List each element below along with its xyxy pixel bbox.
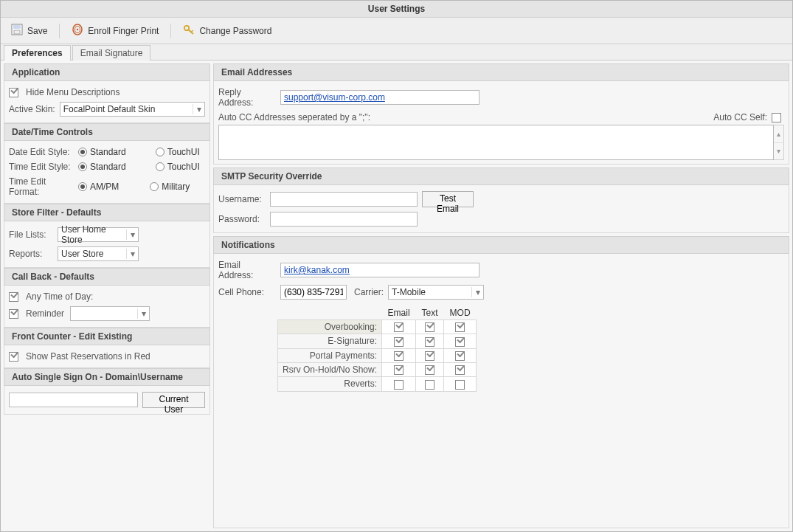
notification-cell-mod xyxy=(444,320,477,334)
any-time-checkbox[interactable] xyxy=(9,292,18,302)
scroll-down-icon[interactable]: ▾ xyxy=(774,142,783,160)
change-password-label: Change Password xyxy=(199,26,271,36)
time-edit-standard-radio[interactable] xyxy=(78,162,87,171)
opt-military: Military xyxy=(162,182,190,192)
notification-cell-mod xyxy=(444,362,477,376)
notification-cell-text xyxy=(416,334,444,348)
smtp-username-label: Username: xyxy=(218,194,266,204)
tab-preferences[interactable]: Preferences xyxy=(4,45,71,61)
save-button[interactable]: Save xyxy=(5,21,53,41)
date-edit-standard-radio[interactable] xyxy=(78,148,87,156)
active-skin-select[interactable]: FocalPoint Default Skin ▾ xyxy=(60,102,205,117)
date-edit-touchui-radio[interactable] xyxy=(156,148,165,156)
chevron-down-icon: ▾ xyxy=(126,229,138,240)
notification-text-checkbox[interactable] xyxy=(425,380,434,390)
show-past-checkbox[interactable] xyxy=(9,352,18,362)
notification-mod-checkbox[interactable] xyxy=(455,337,465,347)
smtp-password-input[interactable] xyxy=(270,212,418,227)
autocc-textarea[interactable] xyxy=(218,125,774,160)
notification-cell-email xyxy=(382,348,416,362)
notification-row-label: Reverts: xyxy=(278,377,382,391)
carrier-label: Carrier: xyxy=(354,287,384,297)
notification-email-checkbox[interactable] xyxy=(394,337,404,347)
notification-cell-email xyxy=(382,377,416,391)
left-column: Application Hide Menu Descriptions Activ… xyxy=(4,63,210,528)
notif-email-input[interactable] xyxy=(280,263,479,277)
notification-mod-checkbox[interactable] xyxy=(455,380,465,390)
autocc-label: Auto CC Addresses seperated by a ";": xyxy=(218,112,370,122)
notification-row-label: Rsrv On-Hold/No Show: xyxy=(278,362,382,376)
save-label: Save xyxy=(27,26,47,36)
current-user-button[interactable]: Current User xyxy=(142,392,205,408)
notification-cell-mod xyxy=(444,334,477,348)
tab-email-signature[interactable]: Email Signature xyxy=(72,45,151,61)
notification-mod-checkbox[interactable] xyxy=(455,351,465,361)
file-lists-value: User Home Store xyxy=(61,224,126,245)
email-addresses-header: Email Addresses xyxy=(213,63,789,81)
reminder-select[interactable]: ▾ xyxy=(70,306,150,321)
notification-cell-text xyxy=(416,362,444,376)
time-format-ampm-radio[interactable] xyxy=(78,182,87,191)
notification-text-checkbox[interactable] xyxy=(425,365,434,375)
reports-select[interactable]: User Store ▾ xyxy=(58,246,139,261)
opt-touchui: TouchUI xyxy=(167,147,200,157)
notification-email-checkbox[interactable] xyxy=(394,351,404,361)
smtp-header: SMTP Security Override xyxy=(213,167,789,185)
opt-standard: Standard xyxy=(90,147,126,157)
time-edit-format-label: Time Edit Format: xyxy=(9,176,74,197)
notification-row: Rsrv On-Hold/No Show: xyxy=(278,362,477,376)
notification-text-checkbox[interactable] xyxy=(425,351,434,361)
autocc-self-checkbox[interactable] xyxy=(772,113,781,122)
time-format-military-radio[interactable] xyxy=(150,182,159,191)
notification-email-checkbox[interactable] xyxy=(394,365,404,375)
notifications-header: Notifications xyxy=(213,236,789,254)
notification-cell-text xyxy=(416,377,444,391)
notification-cell-mod xyxy=(444,348,477,362)
notification-cell-email xyxy=(382,320,416,334)
enroll-label: Enroll Finger Print xyxy=(88,26,159,36)
test-email-button[interactable]: Test Email xyxy=(422,191,474,207)
any-time-label: Any Time of Day: xyxy=(26,291,93,302)
reply-address-label: Reply Address: xyxy=(218,87,276,108)
reply-address-input[interactable] xyxy=(280,90,479,105)
sso-input[interactable] xyxy=(9,393,138,407)
carrier-select[interactable]: T-Mobile ▾ xyxy=(388,285,484,300)
notification-mod-checkbox[interactable] xyxy=(455,365,465,375)
notification-cell-mod xyxy=(444,377,477,391)
notification-email-checkbox[interactable] xyxy=(394,322,404,332)
file-lists-select[interactable]: User Home Store ▾ xyxy=(58,227,139,242)
file-lists-label: File Lists: xyxy=(9,229,53,240)
hide-menu-checkbox[interactable] xyxy=(9,88,18,97)
time-edit-touchui-radio[interactable] xyxy=(156,162,165,171)
svg-point-5 xyxy=(77,29,78,30)
notif-email-label: Email Address: xyxy=(218,260,276,280)
content-area: Application Hide Menu Descriptions Activ… xyxy=(1,61,792,531)
hide-menu-label: Hide Menu Descriptions xyxy=(26,87,120,97)
notification-cell-text xyxy=(416,348,444,362)
col-text: Text xyxy=(416,306,444,320)
toolbar-separator xyxy=(170,24,171,38)
notification-text-checkbox[interactable] xyxy=(425,322,434,332)
reports-label: Reports: xyxy=(9,249,53,259)
reminder-checkbox[interactable] xyxy=(9,309,18,319)
smtp-password-label: Password: xyxy=(218,214,266,224)
notification-row: Reverts: xyxy=(278,377,477,391)
notification-row: Overbooking: xyxy=(278,320,477,334)
time-edit-style-label: Time Edit Style: xyxy=(9,162,74,172)
notification-cell-text xyxy=(416,320,444,334)
change-password-button[interactable]: Change Password xyxy=(177,21,277,41)
smtp-username-input[interactable] xyxy=(270,192,418,207)
key-icon xyxy=(183,24,195,38)
scroll-up-icon[interactable]: ▴ xyxy=(774,125,783,142)
cell-phone-input[interactable] xyxy=(280,285,347,300)
fingerprint-icon xyxy=(72,24,83,38)
enroll-fingerprint-button[interactable]: Enroll Finger Print xyxy=(66,21,165,41)
textarea-scroll: ▴ ▾ xyxy=(774,125,784,160)
notification-email-checkbox[interactable] xyxy=(394,380,404,390)
toolbar-separator xyxy=(59,24,60,38)
notification-text-checkbox[interactable] xyxy=(425,337,434,347)
opt-standard2: Standard xyxy=(90,162,126,172)
frontcounter-header: Front Counter - Edit Existing xyxy=(4,328,210,345)
notification-mod-checkbox[interactable] xyxy=(455,322,465,332)
reminder-label: Reminder xyxy=(26,308,66,319)
